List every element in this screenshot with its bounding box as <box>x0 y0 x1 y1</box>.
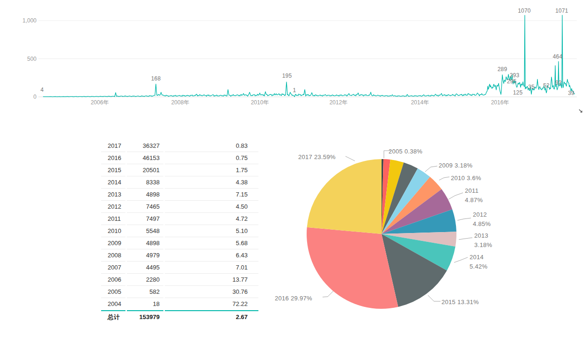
count-cell: 8338 <box>127 176 163 189</box>
pie-label-2005: 2005 0.38% <box>389 147 422 156</box>
year-cell: 2015 <box>101 164 125 176</box>
year-cell: 2007 <box>101 262 125 274</box>
table-total-row[interactable]: 总计1539792.67 <box>101 310 258 322</box>
year-cell: 2009 <box>101 237 125 249</box>
timeline-data-label: 92 <box>555 80 562 86</box>
value-cell: 0.75 <box>165 152 258 164</box>
year-cell: 2012 <box>101 201 125 213</box>
x-axis-tick: 2006年 <box>91 99 109 106</box>
timeline-data-label: 1070 <box>518 7 531 14</box>
count-cell: 46153 <box>127 152 163 164</box>
pie-callout-line-2013 <box>459 238 472 240</box>
value-cell: 30.76 <box>165 286 258 298</box>
count-cell: 20501 <box>127 164 163 176</box>
pie-callout-line-2009 <box>425 166 437 172</box>
value-cell: 7.15 <box>165 189 258 201</box>
table-row[interactable]: 201483384.38 <box>101 176 258 189</box>
year-cell: 2017 <box>101 140 125 152</box>
x-axis-tick: 2016年 <box>491 99 509 106</box>
x-axis-tick: 2014年 <box>411 99 429 106</box>
pie-callout-line-2015 <box>428 295 441 301</box>
count-cell: 153979 <box>127 310 163 322</box>
pie-callout-line-2011 <box>448 193 463 199</box>
timeline-data-label: 195 <box>282 73 292 79</box>
timeline-data-label: 293 <box>510 72 520 79</box>
value-cell: 7.01 <box>165 262 258 274</box>
year-cell: 2004 <box>101 298 125 310</box>
count-cell: 4979 <box>127 249 163 262</box>
year-cell: 2014 <box>101 176 125 189</box>
timeline-series-line[interactable] <box>43 15 575 96</box>
timeline-data-label: 4 <box>41 87 44 93</box>
pie-label-2015: 2015 13.31% <box>441 298 479 307</box>
value-cell: 2.67 <box>165 310 258 322</box>
timeline-data-label: 168 <box>151 75 161 82</box>
table-row[interactable]: 20041872.22 <box>101 298 258 310</box>
timeline-chart-canvas[interactable]: 05001,0002006年2008年2010年2012年2014年2016年 <box>0 0 588 118</box>
table-row[interactable]: 201055485.10 <box>101 225 258 237</box>
yearly-summary-table[interactable]: 2017363270.832016461530.752015205011.752… <box>101 140 258 322</box>
pie-label-2016: 2016 29.97% <box>275 294 312 303</box>
table-row[interactable]: 200948985.68 <box>101 237 258 249</box>
timeline-data-label: 35 <box>528 84 535 90</box>
table-row[interactable]: 2015205011.75 <box>101 164 258 176</box>
table-row[interactable]: 2006228013.77 <box>101 274 258 286</box>
pie-label-2012: 20124.85% <box>473 210 491 229</box>
table-row[interactable]: 200744957.01 <box>101 262 258 274</box>
pie-label-2013: 20133.18% <box>474 231 492 250</box>
pie-label-2009: 2009 3.18% <box>439 161 472 170</box>
value-cell: 4.50 <box>165 201 258 213</box>
year-cell: 2005 <box>101 286 125 298</box>
count-cell: 18 <box>127 298 163 310</box>
table-row[interactable]: 201274654.50 <box>101 201 258 213</box>
value-cell: 4.38 <box>165 176 258 189</box>
timeline-data-label: 289 <box>498 66 507 73</box>
table-row[interactable]: 200558230.76 <box>101 286 258 298</box>
value-cell: 4.72 <box>165 213 258 225</box>
count-cell: 4898 <box>127 237 163 249</box>
timeline-data-label: 39 <box>568 90 574 96</box>
value-cell: 6.43 <box>165 249 258 262</box>
table-row[interactable]: 2016461530.75 <box>101 152 258 164</box>
year-cell: 2006 <box>101 274 125 286</box>
x-axis-tick: 2008年 <box>171 99 190 106</box>
year-cell: 总计 <box>101 310 125 322</box>
pie-chart-canvas[interactable] <box>262 138 543 335</box>
timeline-data-label: 1071 <box>555 7 568 14</box>
timeline-data-label: 52 <box>543 82 550 89</box>
pie-callout-line-2014 <box>454 257 468 262</box>
table-row[interactable]: 201348987.15 <box>101 189 258 201</box>
year-share-pie-visual[interactable]: 2017 23.59%2005 0.38%2009 3.18%2010 3.6%… <box>262 138 543 335</box>
timeline-data-label: 464 <box>553 53 563 60</box>
y-axis-tick: 1,000 <box>22 17 37 24</box>
x-axis-tick: 2010年 <box>251 99 269 106</box>
value-cell: 5.68 <box>165 237 258 249</box>
count-cell: 7465 <box>127 201 163 213</box>
count-cell: 4898 <box>127 189 163 201</box>
pie-label-2010: 2010 3.6% <box>451 174 481 183</box>
year-cell: 2013 <box>101 189 125 201</box>
year-cell: 2016 <box>101 152 125 164</box>
pie-slice-2017[interactable] <box>307 159 382 234</box>
pie-callout-line-2010 <box>439 177 449 180</box>
count-cell: 4495 <box>127 262 163 274</box>
count-cell: 2280 <box>127 274 163 286</box>
value-cell: 13.77 <box>165 274 258 286</box>
pie-label-2011: 20114.87% <box>465 186 483 205</box>
count-cell: 5548 <box>127 225 163 237</box>
value-cell: 72.22 <box>165 298 258 310</box>
resize-handle-icon[interactable] <box>578 108 583 114</box>
timeline-data-label: 125 <box>513 89 523 96</box>
table-row[interactable]: 2017363270.83 <box>101 140 258 152</box>
pie-label-2017: 2017 23.59% <box>298 153 336 162</box>
table-row[interactable]: 200849796.43 <box>101 249 258 262</box>
y-axis-tick: 0 <box>33 94 37 100</box>
timeline-chart-visual[interactable]: 05001,0002006年2008年2010年2012年2014年2016年 … <box>0 0 588 118</box>
table-row[interactable]: 201174974.72 <box>101 213 258 225</box>
timeline-data-label: 295 <box>507 78 517 85</box>
pie-callout-line-2017 <box>345 156 355 161</box>
year-cell: 2008 <box>101 249 125 262</box>
y-axis-tick: 500 <box>27 56 37 62</box>
timeline-data-label: 1 <box>293 87 296 94</box>
year-cell: 2011 <box>101 213 125 225</box>
